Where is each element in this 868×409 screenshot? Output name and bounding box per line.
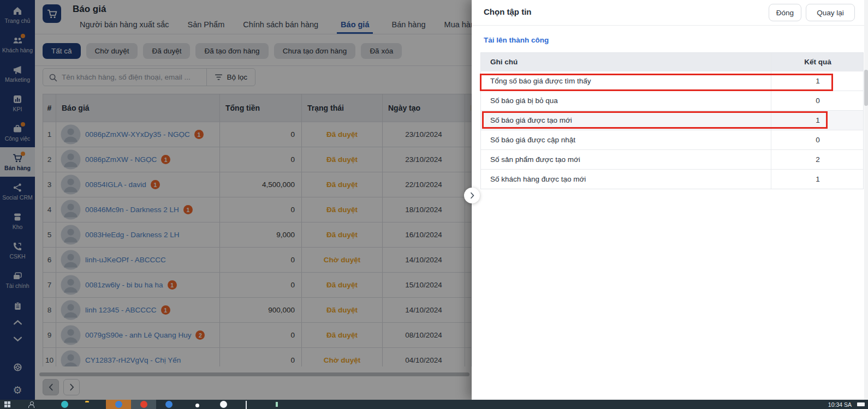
tray-icon[interactable] bbox=[857, 402, 865, 406]
result-label: Số báo giá bị bỏ qua bbox=[481, 91, 771, 110]
results-table-header: Ghi chú Kết quả bbox=[481, 53, 863, 71]
vertical-scrollbar-thumb[interactable] bbox=[864, 70, 868, 106]
result-label: Số sản phẩm được tạo mới bbox=[481, 150, 771, 169]
result-value: 0 bbox=[771, 91, 864, 110]
modal-dim-overlay bbox=[0, 0, 472, 400]
blue-app-icon[interactable] bbox=[165, 401, 173, 408]
column-header-ghi-chu: Ghi chú bbox=[481, 53, 771, 71]
browser-icon[interactable] bbox=[61, 401, 68, 408]
column-header-ket-qua: Kết quả bbox=[771, 53, 864, 71]
back-button[interactable]: Quay lại bbox=[806, 4, 855, 21]
os-taskbar: 10:34 SA bbox=[0, 400, 868, 409]
result-row: Số khách hàng được tạo mới 1 bbox=[481, 169, 863, 189]
upload-success-message: Tải lên thành công bbox=[484, 36, 549, 44]
start-icon[interactable] bbox=[4, 401, 10, 407]
file-select-panel: Chọn tập tin Đóng Quay lại Tải lên thành… bbox=[472, 0, 868, 400]
result-label: Số báo giá được tạo mới bbox=[481, 111, 771, 130]
result-row: Số báo giá được cập nhật 0 bbox=[481, 130, 863, 149]
result-row: Số báo giá được tạo mới 1 bbox=[481, 110, 863, 130]
result-value: 1 bbox=[771, 111, 864, 130]
panel-expand-button[interactable] bbox=[464, 188, 480, 203]
chevron-right-icon bbox=[470, 192, 474, 199]
panel-title: Chọn tập tin bbox=[484, 7, 531, 16]
result-value: 1 bbox=[771, 170, 864, 189]
window-outline-icon[interactable] bbox=[246, 401, 247, 409]
active-app-icon[interactable] bbox=[106, 400, 131, 409]
result-label: Tổng số báo giá được tìm thấy bbox=[481, 71, 771, 91]
result-row: Số sản phẩm được tạo mới 2 bbox=[481, 149, 863, 169]
result-label: Số khách hàng được tạo mới bbox=[481, 170, 771, 189]
result-row: Số báo giá bị bỏ qua 0 bbox=[481, 91, 863, 110]
close-button[interactable]: Đóng bbox=[769, 4, 801, 21]
result-value: 1 bbox=[771, 71, 864, 91]
result-row: Tổng số báo giá được tìm thấy 1 bbox=[481, 71, 863, 91]
white-app-icon[interactable] bbox=[220, 401, 227, 408]
vertical-scrollbar-track[interactable] bbox=[864, 0, 868, 400]
red-app-icon[interactable] bbox=[131, 400, 156, 409]
divider bbox=[472, 25, 868, 26]
result-value: 2 bbox=[771, 150, 864, 169]
results-table: Ghi chú Kết quả Tổng số báo giá được tìm… bbox=[480, 52, 864, 189]
taskbar-clock[interactable]: 10:34 SA bbox=[828, 401, 852, 408]
result-value: 0 bbox=[771, 130, 864, 149]
result-label: Số báo giá được cập nhật bbox=[481, 130, 771, 149]
